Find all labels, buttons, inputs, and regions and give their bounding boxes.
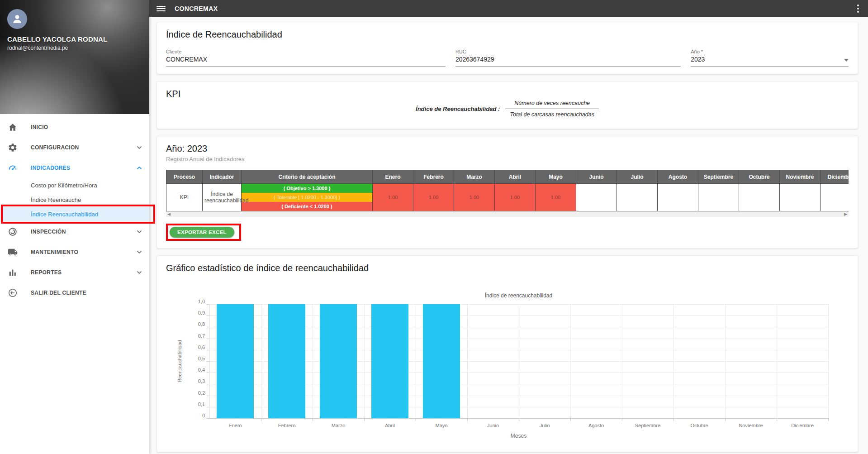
annotation-box-export: EXPORTAR EXCEL: [166, 224, 241, 241]
bar-enero: [217, 304, 254, 418]
x-tick: [261, 418, 261, 421]
field-value[interactable]: 2023: [691, 56, 849, 67]
more-options-icon[interactable]: [855, 3, 861, 14]
sidebar-item-label: Costo por Kilómetro/Hora: [31, 182, 97, 189]
cell-month-marzo: 1.00: [454, 184, 495, 211]
x-category-label: Julio: [540, 423, 550, 428]
exit-icon: [7, 287, 18, 298]
y-axis-label: Reencauchabilidad: [177, 340, 182, 382]
inspection-icon: [7, 226, 18, 237]
field-value[interactable]: CONCREMAX: [166, 56, 446, 67]
column-header-enero: Enero: [373, 170, 413, 184]
sidebar-item-label: REPORTES: [31, 269, 62, 276]
column-header-septiembre: Septiembre: [698, 170, 739, 184]
formula-label: Índice de Reencauchabilidad :: [416, 105, 500, 112]
gridline-vertical: [519, 304, 519, 418]
truck-icon: [7, 247, 18, 258]
criteria-band: ( Objetivo > 1.3000 ): [242, 184, 372, 193]
sidebar-item-mantenimiento[interactable]: MANTENIMIENTO: [0, 242, 149, 262]
criteria-band: ( Tolerable [ 1.0200 - 1.3000] ): [242, 193, 372, 202]
x-category-label: Marzo: [332, 423, 346, 428]
gridline-vertical: [261, 304, 261, 418]
x-tick: [622, 418, 622, 421]
gridline-vertical: [364, 304, 365, 418]
sidebar-item-configuracion[interactable]: CONFIGURACION: [0, 137, 149, 158]
bar-marzo: [320, 304, 357, 418]
kpi-card: KPI Índice de Reencauchabilidad : Número…: [157, 81, 858, 129]
field-label: RUC: [455, 49, 681, 54]
gridline-vertical: [828, 304, 829, 418]
x-category-label: Agosto: [588, 423, 604, 428]
sidebar-nav: INICIOCONFIGURACIONINDICADORESCosto por …: [0, 114, 149, 303]
column-header-diciembre: Diciembre: [821, 170, 849, 184]
x-tick: [313, 418, 313, 421]
field-ao[interactable]: Año *2023: [691, 49, 849, 67]
x-category-label: Diciembre: [791, 423, 814, 428]
y-tick-label: 1,0: [198, 299, 205, 304]
cell-month-octubre: [739, 184, 780, 211]
formula-numerator: Número de veces reencauche: [505, 100, 598, 109]
y-tick-label: 0,6: [198, 344, 205, 350]
sidebar-item-label: MANTENIMIENTO: [31, 249, 78, 255]
column-header-indicador: Indicador: [203, 170, 242, 184]
column-header-octubre: Octubre: [739, 170, 780, 184]
y-tick: [207, 418, 209, 419]
filter-fields: ClienteCONCREMAXRUC20263674929Año *2023: [166, 49, 849, 67]
bar-chart: Índice de reencauchabilidad Reencauchabi…: [166, 276, 849, 444]
column-header-marzo: Marzo: [454, 170, 495, 184]
sidebar-item-inicio[interactable]: INICIO: [0, 117, 149, 137]
dropdown-arrow-icon: [844, 56, 849, 63]
cell-month-septiembre: [698, 184, 739, 211]
sidebar-item-label: INICIO: [31, 124, 48, 130]
y-tick: [207, 396, 209, 396]
indicators-table: ProcesoIndicadorCriterio de aceptaciónEn…: [166, 170, 849, 211]
bar-chart-icon: [7, 267, 18, 278]
x-category-label: Septiembre: [635, 423, 660, 428]
sidebar-item-label: SALIR DEL CLIENTE: [31, 290, 86, 296]
main-area: CONCREMAX Índice de Reencauchabilidad Cl…: [149, 0, 868, 454]
x-category-label: Febrero: [278, 423, 296, 428]
sidebar-item-índice-reencauche[interactable]: Índice Reencauche: [0, 192, 149, 207]
y-tick-label: 0,5: [198, 356, 205, 361]
sidebar-item-salir-del-cliente[interactable]: SALIR DEL CLIENTE: [0, 282, 149, 303]
sidebar: CABELLO YACOLCA RODNAL rodnal@contentmed…: [0, 0, 149, 454]
sidebar-item-indicadores[interactable]: INDICADORES: [0, 158, 149, 178]
field-ruc[interactable]: RUC20263674929: [455, 49, 681, 67]
sidebar-item-inspección[interactable]: INSPECCIÓN: [0, 221, 149, 242]
column-header-criterio-de-aceptaci-n: Criterio de aceptación: [242, 170, 373, 184]
sidebar-item-label: INDICADORES: [31, 165, 70, 171]
chevron-down-icon: [137, 146, 142, 149]
horizontal-scrollbar[interactable]: ◀ ▶: [166, 211, 849, 217]
sidebar-item-label: INSPECCIÓN: [31, 229, 66, 235]
cell-proceso: KPI: [166, 184, 203, 211]
x-category-label: Enero: [228, 423, 242, 428]
field-label: Cliente: [166, 49, 446, 54]
person-icon: [11, 13, 23, 25]
sidebar-item-costo-por-kilómetro-hora[interactable]: Costo por Kilómetro/Hora: [0, 178, 149, 192]
field-cliente[interactable]: ClienteCONCREMAX: [166, 49, 446, 67]
field-value[interactable]: 20263674929: [455, 56, 681, 67]
y-tick-label: 0,2: [198, 390, 205, 396]
chevron-down-icon: [137, 250, 142, 254]
export-excel-button[interactable]: EXPORTAR EXCEL: [170, 227, 234, 238]
y-tick-label: 0,4: [198, 367, 205, 373]
column-header-julio: Julio: [617, 170, 658, 184]
y-tick: [207, 339, 209, 339]
cell-month-julio: [617, 184, 658, 211]
y-tick: [207, 361, 209, 362]
app-bar-title: CONCREMAX: [175, 5, 218, 12]
scroll-left-icon[interactable]: ◀: [167, 212, 171, 216]
cell-month-diciembre: [821, 184, 849, 211]
y-tick: [207, 327, 209, 327]
y-tick-label: 0,8: [198, 321, 205, 327]
kpi-title: KPI: [166, 89, 849, 99]
column-header-mayo: Mayo: [536, 170, 576, 184]
app-bar: CONCREMAX: [149, 0, 868, 17]
scroll-right-icon[interactable]: ▶: [844, 212, 847, 216]
criteria-band: ( Deficiente < 1.0200 ): [242, 202, 372, 211]
annual-subtitle: Registro Anual de Indicadores: [166, 156, 849, 162]
menu-icon[interactable]: [157, 5, 166, 13]
sidebar-item-índice-reencauchabilidad[interactable]: Índice Reencauchabilidad: [0, 207, 149, 221]
sidebar-item-reportes[interactable]: REPORTES: [0, 262, 149, 282]
gridline-vertical: [570, 304, 571, 418]
